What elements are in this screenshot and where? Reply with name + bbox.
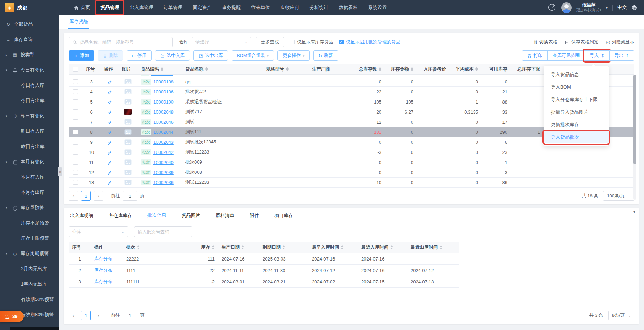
product-photo[interactable] — [124, 109, 132, 115]
expand-arrow-icon[interactable]: ▸ — [6, 53, 9, 57]
nav-item[interactable]: 事务提醒 — [217, 0, 246, 15]
import-menu-item[interactable]: 批量导入货品图片 — [544, 106, 609, 118]
edit-icon[interactable] — [107, 119, 112, 124]
import-menu-item[interactable]: 更新批次库存 — [544, 118, 609, 131]
sort-icon[interactable] — [241, 245, 244, 249]
sidebar-item[interactable]: 今日有出库 — [0, 93, 59, 108]
sort-icon[interactable] — [286, 67, 289, 71]
export-button[interactable]: 导出↥ — [609, 50, 634, 61]
nav-item[interactable]: 系统设置 — [363, 0, 392, 15]
bom-assembly-button[interactable]: BOM组合组装▾ — [232, 50, 274, 61]
sidebar-item[interactable]: 有效期50%预警 — [0, 292, 59, 307]
next-page-button[interactable]: › — [94, 191, 103, 201]
edit-icon[interactable] — [107, 89, 112, 94]
nav-item[interactable]: 数据看板 — [334, 0, 363, 15]
sort-icon[interactable] — [205, 67, 208, 71]
import-menu-item[interactable]: 导入分仓库库存上下限 — [544, 93, 609, 106]
column-label[interactable]: 总库存数 — [359, 66, 377, 72]
column-visibility-button[interactable]: ◎列隐藏显示 — [606, 39, 634, 45]
nav-item[interactable]: 应收应付 — [275, 0, 305, 15]
dashboard-gauge-icon[interactable] — [548, 3, 557, 12]
selected-inbound-button[interactable]: 选中入库 — [155, 50, 190, 61]
import-button[interactable]: 导入↧ — [585, 50, 609, 61]
disable-button[interactable]: ⊖停用 — [127, 50, 152, 61]
sidebar-item[interactable]: ▸ ▦ 按类型 — [0, 47, 59, 63]
detail-warehouse-select[interactable]: 仓库⌄ — [69, 226, 128, 237]
sort-icon[interactable] — [282, 245, 285, 249]
sidebar-item[interactable]: 昨日有入库 — [0, 124, 59, 139]
sidebar-item[interactable]: 库存不足预警 — [0, 215, 59, 231]
row-checkbox[interactable] — [73, 170, 78, 175]
sidebar-item[interactable]: ▾ 本月有变化 — [0, 154, 59, 170]
table-row[interactable]: 12 批次 10002039 批次008 0 — [69, 167, 634, 178]
table-row[interactable]: 13 批次 10002036 测试112233 10 — [69, 178, 634, 188]
row-checkbox[interactable] — [73, 130, 78, 134]
expand-arrow-icon[interactable]: ▾ — [6, 206, 9, 209]
nav-item[interactable]: 首页 — [69, 0, 95, 15]
checkbox-checked[interactable]: ✓ — [339, 40, 344, 44]
column-label[interactable]: 货品编码 — [141, 66, 159, 72]
stock-only-checkbox[interactable]: 仅显示有库存货品 — [290, 39, 333, 45]
detail-tab[interactable]: 原料清单 — [216, 213, 234, 222]
checkbox-unchecked[interactable] — [290, 40, 295, 44]
more-search-button[interactable]: 更多查找 — [256, 37, 284, 47]
product-code-link[interactable]: 10002040 — [153, 160, 174, 165]
page-1-button[interactable]: 1 — [81, 311, 91, 320]
sidebar-item[interactable]: ▾ 今日有变化 — [0, 63, 59, 78]
print-button[interactable]: 打印 — [522, 50, 547, 61]
collapse-panel-icon[interactable]: ▼ — [632, 209, 636, 214]
stock-distribution-link[interactable]: 库存分布 — [94, 279, 112, 285]
column-label[interactable]: 货品名称 — [185, 66, 203, 72]
sidebar-item[interactable]: ≡ 库存查询 — [0, 32, 59, 47]
tab-stock-goods[interactable]: 库存货品 — [68, 18, 89, 29]
product-code-link[interactable]: 10002048 — [153, 109, 174, 115]
sort-icon[interactable] — [137, 245, 140, 249]
import-menu-item[interactable]: 导入货品信息 — [544, 68, 609, 81]
row-checkbox[interactable] — [73, 150, 78, 155]
table-scrollbar[interactable] — [633, 75, 636, 200]
sidebar-item[interactable]: 1年内无出库 — [0, 277, 59, 292]
import-menu-item[interactable]: 导入货品批次 — [544, 131, 609, 143]
avatar[interactable] — [561, 2, 572, 13]
nav-item[interactable]: 货品管理 — [95, 0, 124, 15]
column-label[interactable]: 平均成本 — [456, 66, 474, 72]
globe-icon[interactable] — [631, 5, 637, 11]
sidebar-item[interactable]: 今日有入库 — [0, 78, 59, 93]
row-checkbox[interactable] — [73, 109, 78, 114]
batch-search-input[interactable] — [134, 226, 192, 237]
detail-tab[interactable]: 附件 — [250, 213, 259, 222]
column-label[interactable]: 最近入库时间 — [361, 244, 388, 250]
edit-icon[interactable] — [107, 99, 112, 104]
column-label[interactable]: 生产厂商 — [312, 66, 330, 72]
nav-item[interactable]: 固定资产 — [188, 0, 217, 15]
column-label[interactable]: 图片 — [122, 66, 131, 72]
select-all-checkbox[interactable] — [73, 67, 78, 72]
product-code-link[interactable]: 10002046 — [153, 119, 174, 125]
nav-item[interactable]: 出入库管理 — [124, 0, 159, 15]
row-checkbox[interactable] — [73, 140, 78, 145]
prev-page-button[interactable]: ‹ — [69, 191, 78, 201]
column-label[interactable]: 生产日期 — [222, 244, 240, 250]
edit-icon[interactable] — [107, 129, 112, 134]
alert-count-badge[interactable]: 39 — [0, 311, 24, 322]
prev-page-button[interactable]: ‹ — [69, 311, 78, 320]
expand-arrow-icon[interactable]: ▾ — [6, 160, 9, 164]
product-code-link[interactable]: 10002044 — [153, 130, 174, 135]
product-code-link[interactable]: 10002042 — [153, 150, 174, 155]
sort-icon[interactable] — [379, 67, 381, 71]
column-label[interactable]: 序号 — [72, 244, 81, 250]
column-label[interactable]: 总库存下限 — [517, 66, 540, 72]
detail-tab[interactable]: 出入库明细 — [70, 213, 94, 222]
row-checkbox[interactable] — [73, 79, 78, 84]
stock-distribution-link[interactable]: 库存分布 — [94, 267, 112, 273]
column-label[interactable]: 操作 — [94, 244, 103, 250]
save-column-width-button[interactable]: 保存表格列宽 — [565, 39, 598, 45]
page-size-select[interactable]: 100条/页⌄ — [603, 191, 634, 201]
table-row[interactable]: 1 库存分布 22222 111 2024-07-16 2025-03-03 2… — [69, 253, 460, 265]
nav-item[interactable]: 往来单位 — [246, 0, 275, 15]
sort-icon[interactable] — [390, 245, 393, 249]
nav-item[interactable]: 分析统计 — [305, 0, 334, 15]
detail-tab[interactable]: 各仓库库存 — [109, 213, 132, 222]
sidebar-item[interactable]: ▾ ☽ 昨日有变化 — [0, 108, 59, 124]
sidebar-item[interactable]: 昨日有出库 — [0, 139, 59, 154]
